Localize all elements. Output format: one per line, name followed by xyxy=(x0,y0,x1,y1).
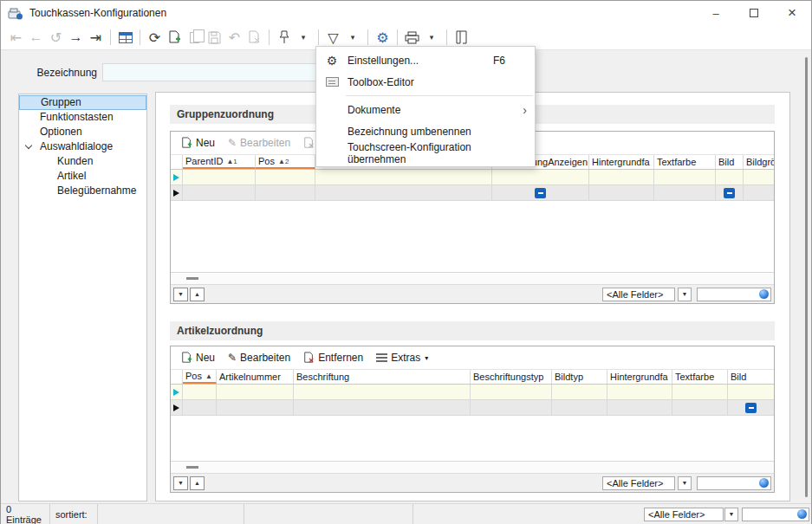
tree-item-auswahldialoge[interactable]: Auswahldialoge xyxy=(19,139,146,154)
record-cell[interactable] xyxy=(315,185,492,200)
artikel-field-filter-arrow[interactable]: ▼ xyxy=(678,476,692,490)
filter-dropdown-button[interactable]: ▾ xyxy=(343,27,363,48)
column-header-artikelnummer[interactable]: Artikelnummer xyxy=(217,370,294,384)
column-header-bild[interactable]: Bild xyxy=(728,370,774,384)
indeterminate-checkbox[interactable] xyxy=(535,188,546,198)
filter-cell[interactable] xyxy=(256,170,315,184)
refresh-button[interactable]: ⟳ xyxy=(145,27,165,48)
record-cell[interactable] xyxy=(654,185,716,200)
print-button[interactable] xyxy=(402,27,422,48)
record-cell[interactable] xyxy=(589,185,654,200)
filter-cell[interactable] xyxy=(294,385,471,399)
column-header-pos[interactable]: Pos▲ xyxy=(183,370,217,384)
tree-item-gruppen[interactable]: Gruppen xyxy=(19,95,146,110)
artikel-bearbeiten-button[interactable]: ✎ Bearbeiten xyxy=(223,350,296,366)
next-record-button[interactable]: ▼ xyxy=(173,288,188,301)
status-field-filter-arrow[interactable]: ▼ xyxy=(724,508,738,521)
record-cell[interactable] xyxy=(716,185,744,200)
record-cell[interactable] xyxy=(492,185,589,200)
save-button[interactable] xyxy=(205,27,224,48)
column-header-bildtyp[interactable]: Bildtyp xyxy=(552,370,607,384)
column-header-hintergrundfarbe[interactable]: Hintergrundfa xyxy=(589,155,654,169)
search-sphere-icon[interactable] xyxy=(797,509,807,519)
filter-cell[interactable] xyxy=(607,385,672,399)
artikel-field-filter-dropdown[interactable]: <Alle Felder> xyxy=(602,476,675,490)
tree-item-funktionstasten[interactable]: Funktionstasten xyxy=(19,110,146,125)
filter-cell[interactable] xyxy=(728,385,774,399)
tree-item-kunden[interactable]: Kunden xyxy=(19,154,146,169)
nav-forward-button[interactable]: → xyxy=(66,27,86,48)
maximize-button[interactable] xyxy=(735,1,773,25)
record-cell[interactable] xyxy=(552,400,607,415)
gruppen-field-filter-arrow[interactable]: ▼ xyxy=(678,288,692,301)
gruppen-neu-button[interactable]: Neu xyxy=(176,135,220,151)
menu-item-touchscreen-konfiguration-uebernehmen[interactable]: Touchscreen-Konfiguration übernehmen xyxy=(316,142,535,164)
record-cell[interactable] xyxy=(607,400,672,415)
table-view-button[interactable] xyxy=(115,27,135,48)
filter-cell[interactable] xyxy=(744,170,774,184)
copy-button[interactable] xyxy=(185,27,205,48)
chevron-expanded-icon[interactable] xyxy=(25,142,32,149)
column-header-beschriftung[interactable]: Beschriftung xyxy=(294,370,471,384)
splitter-handle[interactable] xyxy=(186,466,198,469)
column-header-bild[interactable]: Bild xyxy=(716,155,744,169)
menu-item-bezeichnung-umbenennen[interactable]: Bezeichnung umbenennen xyxy=(316,120,535,142)
artikel-neu-button[interactable]: Neu xyxy=(176,350,220,366)
artikel-entfernen-button[interactable]: Entfernen xyxy=(298,350,368,366)
nav-first-button[interactable]: ⇤ xyxy=(6,27,26,48)
record-cell[interactable] xyxy=(183,185,256,200)
record-cell[interactable] xyxy=(294,400,471,415)
menu-item-einstellungen[interactable]: ⚙ Einstellungen... F6 xyxy=(316,49,535,71)
filter-cell[interactable] xyxy=(315,170,492,184)
print-dropdown-button[interactable]: ▾ xyxy=(422,27,442,48)
artikel-record-row[interactable] xyxy=(171,400,774,416)
record-cell[interactable] xyxy=(256,185,315,200)
column-header-textfarbe[interactable]: Textfarbe xyxy=(672,370,728,384)
menu-item-toolbox-editor[interactable]: Toolbox-Editor xyxy=(316,71,535,93)
gruppen-record-row[interactable] xyxy=(171,185,774,201)
tree-item-optionen[interactable]: Optionen xyxy=(19,125,146,139)
artikel-filter-row[interactable] xyxy=(171,385,774,400)
filter-cell[interactable] xyxy=(217,385,294,399)
status-field-filter-dropdown[interactable]: <Alle Felder> xyxy=(644,508,724,521)
column-header-beschriftungstyp[interactable]: Beschriftungstyp xyxy=(471,370,552,384)
filter-cell[interactable] xyxy=(492,170,589,184)
pin-button[interactable] xyxy=(274,27,294,48)
minimize-button[interactable]: – xyxy=(697,1,735,25)
column-header-parentid[interactable]: ParentID▲1 xyxy=(183,155,256,169)
record-cell[interactable] xyxy=(217,400,294,415)
record-cell[interactable] xyxy=(728,400,774,415)
record-cell[interactable] xyxy=(183,400,217,415)
tree-item-artikel[interactable]: Artikel xyxy=(19,169,146,184)
splitter-handle[interactable] xyxy=(186,277,198,280)
gruppen-bearbeiten-button[interactable]: ✎ Bearbeiten xyxy=(223,135,296,151)
new-record-button[interactable] xyxy=(165,27,185,48)
filter-cell[interactable] xyxy=(716,170,744,184)
column-header-hintergrundfarbe[interactable]: Hintergrundfa xyxy=(607,370,672,384)
menu-item-dokumente[interactable]: Dokumente › xyxy=(316,99,535,120)
discard-record-button[interactable] xyxy=(244,27,264,48)
filter-cell[interactable] xyxy=(654,170,716,184)
filter-cell[interactable] xyxy=(589,170,654,184)
gruppen-field-filter-dropdown[interactable]: <Alle Felder> xyxy=(602,288,675,301)
status-search-input[interactable] xyxy=(743,509,797,520)
close-button[interactable]: × xyxy=(773,1,811,25)
exit-button[interactable] xyxy=(451,27,471,48)
nav-last-button[interactable]: ⇥ xyxy=(86,27,106,48)
gruppen-filter-row[interactable] xyxy=(171,170,774,185)
filter-cell[interactable] xyxy=(183,170,256,184)
record-cell[interactable] xyxy=(744,185,774,200)
column-header-textfarbe[interactable]: Textfarbe xyxy=(654,155,716,169)
history-button[interactable]: ↺ xyxy=(46,27,66,48)
undo-button[interactable]: ↶ xyxy=(224,27,244,48)
column-header-pos[interactable]: Pos▲2 xyxy=(256,155,315,169)
indeterminate-checkbox[interactable] xyxy=(745,403,757,413)
filter-button[interactable]: ▽ xyxy=(323,27,343,48)
artikel-search-input[interactable] xyxy=(698,478,759,488)
nav-back-button[interactable]: ← xyxy=(26,27,46,48)
filter-cell[interactable] xyxy=(183,385,217,399)
gruppen-search-input[interactable] xyxy=(698,289,759,300)
previous-record-button[interactable]: ▲ xyxy=(190,476,205,490)
record-cell[interactable] xyxy=(672,400,728,415)
vertical-scrollbar[interactable] xyxy=(805,57,808,497)
